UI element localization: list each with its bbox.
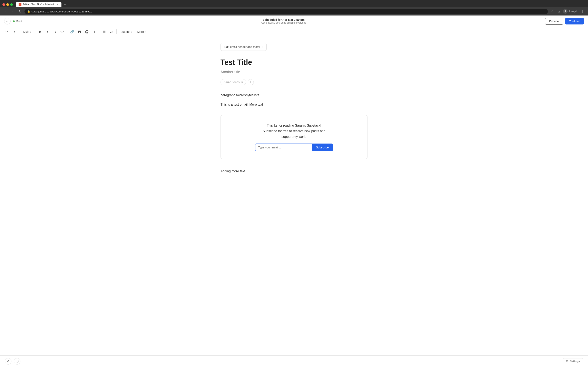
draft-label: Draft xyxy=(16,20,22,23)
link-button[interactable]: 🔗 xyxy=(69,29,75,35)
schedule-title: Scheduled for Apr 5 at 2:50 pm xyxy=(261,18,306,21)
browser-chrome: S Editing "Test Title" - Substack × + ‹ … xyxy=(0,0,588,16)
editor-toolbar: ↩ ↪ Style ▾ B I S </> 🔗 🖼 🎧 ⬆ ☰ 1≡ Butto… xyxy=(0,27,588,37)
redo-button[interactable]: ↪ xyxy=(11,29,17,35)
edit-header-chevron-icon: › xyxy=(262,45,263,48)
more-label: More xyxy=(138,30,144,33)
draft-indicator: Draft xyxy=(13,20,22,23)
bullet-list-icon: ☰ xyxy=(103,30,105,34)
preview-button[interactable]: Preview xyxy=(545,18,563,25)
edit-header-button[interactable]: Edit email header and footer › xyxy=(221,43,267,51)
post-title[interactable]: Test Title xyxy=(221,58,367,67)
subscribe-form: Subscribe xyxy=(255,143,333,151)
strikethrough-button[interactable]: S xyxy=(52,29,58,35)
code-icon: </> xyxy=(60,30,64,33)
upload-icon: ⬆ xyxy=(93,30,95,34)
tab-bar: S Editing "Test Title" - Substack × + xyxy=(0,0,588,7)
lock-icon: 🔒 xyxy=(27,10,30,13)
image-icon: 🖼 xyxy=(78,30,81,34)
app-header: ← Draft Scheduled for Apr 5 at 2:50 pm A… xyxy=(0,16,588,27)
audio-button[interactable]: 🎧 xyxy=(84,29,90,35)
style-chevron-icon: ▾ xyxy=(30,31,31,33)
url-text: sarahjonas1.substack.com/publish/post/11… xyxy=(31,10,92,13)
email-input[interactable] xyxy=(255,143,312,151)
adding-more-text[interactable]: Adding more text xyxy=(221,169,367,174)
reload-btn[interactable]: ↻ xyxy=(17,8,23,14)
bookmark-btn[interactable]: ☆ xyxy=(549,8,555,14)
bold-button[interactable]: B xyxy=(37,29,43,35)
image-button[interactable]: 🖼 xyxy=(76,29,83,35)
add-author-btn[interactable]: + xyxy=(248,79,254,85)
post-content-line1[interactable]: paragraphswordsbyteslists xyxy=(221,92,367,98)
bold-icon: B xyxy=(39,30,41,34)
numbered-list-icon: 1≡ xyxy=(110,30,113,33)
subscribe-section: Thanks for reading Sarah's Substack! Sub… xyxy=(221,115,367,159)
redo-icon: ↪ xyxy=(13,30,15,34)
address-bar[interactable]: 🔒 sarahjonas1.substack.com/publish/post/… xyxy=(25,9,548,14)
browser-actions: ☆ ⧉ I Incognito ⋮ xyxy=(549,8,586,14)
schedule-subtitle: Apr 5 at 2:50 pm: Send email to everyone xyxy=(261,21,306,24)
forward-nav-btn[interactable]: › xyxy=(10,8,16,14)
subscribe-line1: Thanks for reading Sarah's Substack! xyxy=(267,124,321,127)
more-dropdown[interactable]: More ▾ xyxy=(135,29,148,34)
post-subtitle[interactable]: Another title xyxy=(221,70,367,74)
window-max-btn[interactable] xyxy=(10,3,13,6)
more-chevron-icon: ▾ xyxy=(145,31,146,33)
author-remove-btn[interactable]: × xyxy=(241,81,243,84)
upload-button[interactable]: ⬆ xyxy=(91,29,97,35)
toolbar-divider-2 xyxy=(35,29,35,34)
code-button[interactable]: </> xyxy=(59,29,65,35)
address-bar-row: ‹ › ↻ 🔒 sarahjonas1.substack.com/publish… xyxy=(0,7,588,16)
undo-icon: ↩ xyxy=(5,30,8,34)
app-header-center: Scheduled for Apr 5 at 2:50 pm Apr 5 at … xyxy=(261,18,306,24)
window-controls xyxy=(2,3,13,6)
undo-button[interactable]: ↩ xyxy=(3,29,10,35)
edit-header-label: Edit email header and footer xyxy=(224,45,260,49)
author-row: Sarah Jonas × + xyxy=(221,79,367,85)
window-close-btn[interactable] xyxy=(2,3,5,6)
app-header-right: Preview Continue xyxy=(545,18,584,25)
editor-area: Edit email header and footer › Test Titl… xyxy=(216,37,372,194)
extensions-btn[interactable]: ⧉ xyxy=(556,8,562,14)
avatar: I xyxy=(563,9,568,14)
profile-btn[interactable]: I xyxy=(562,8,568,14)
italic-button[interactable]: I xyxy=(44,29,51,35)
toolbar-divider-1 xyxy=(19,29,19,34)
subscribe-line2: Subscribe for free to receive new posts … xyxy=(263,129,325,133)
back-button[interactable]: ← xyxy=(4,18,11,25)
subscribe-button[interactable]: Subscribe xyxy=(312,143,333,151)
author-name: Sarah Jonas xyxy=(224,81,240,84)
tab-favicon: S xyxy=(18,3,21,6)
italic-icon: I xyxy=(47,30,48,34)
subscribe-line3: support my work. xyxy=(282,135,306,138)
app-header-left: ← Draft xyxy=(4,18,22,25)
strikethrough-icon: S xyxy=(54,30,56,34)
incognito-label: Incognito xyxy=(569,10,579,13)
subscribe-title: Thanks for reading Sarah's Substack! Sub… xyxy=(226,123,362,140)
toolbar-divider-5 xyxy=(116,29,117,34)
post-content-line2[interactable]: This is a test email. More text xyxy=(221,102,367,107)
numbered-list-button[interactable]: 1≡ xyxy=(108,29,115,35)
bullet-list-button[interactable]: ☰ xyxy=(101,29,107,35)
back-nav-btn[interactable]: ‹ xyxy=(2,8,8,14)
tab-title: Editing "Test Title" - Substack xyxy=(23,3,54,6)
link-icon: 🔗 xyxy=(70,30,74,34)
audio-icon: 🎧 xyxy=(85,30,89,34)
window-min-btn[interactable] xyxy=(6,3,9,6)
menu-btn[interactable]: ⋮ xyxy=(580,8,586,14)
continue-button[interactable]: Continue xyxy=(565,18,584,25)
author-chip[interactable]: Sarah Jonas × xyxy=(221,79,246,85)
buttons-chevron-icon: ▾ xyxy=(131,31,132,33)
draft-dot xyxy=(13,20,15,22)
buttons-label: Buttons xyxy=(121,30,130,33)
active-tab[interactable]: S Editing "Test Title" - Substack × xyxy=(16,2,61,7)
tab-close-btn[interactable]: × xyxy=(56,3,59,6)
new-tab-btn[interactable]: + xyxy=(62,2,67,7)
style-dropdown[interactable]: Style ▾ xyxy=(21,29,33,34)
buttons-dropdown[interactable]: Buttons ▾ xyxy=(118,29,134,34)
style-label: Style xyxy=(23,30,29,33)
